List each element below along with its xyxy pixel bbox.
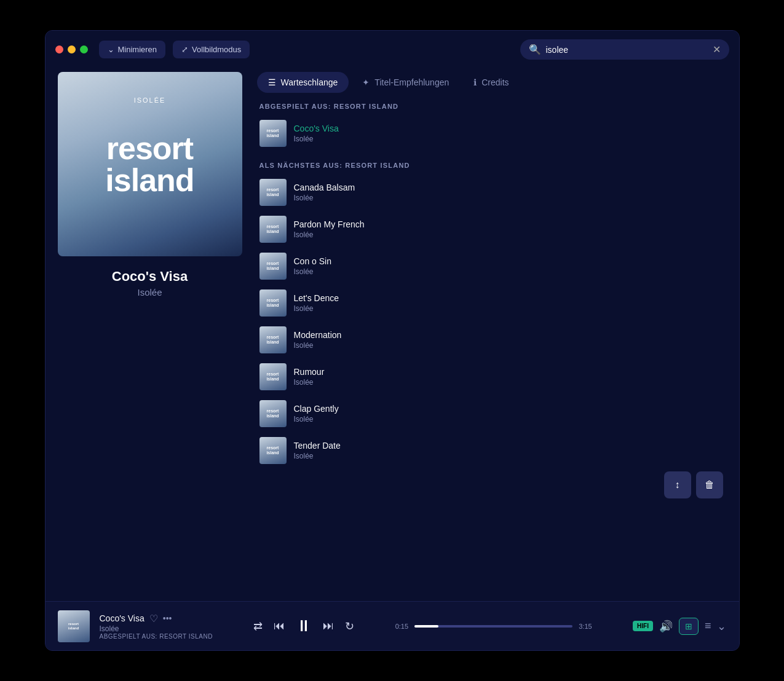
album-title: resort island [99,132,200,196]
player-source: ABGESPIELT AUS: RESORT ISLAND [100,633,213,640]
traffic-light-close[interactable] [55,45,63,53]
album-label: isolée [134,96,166,104]
volume-button[interactable]: 🔊 [659,620,673,633]
track-info: Pardon My French Isolée [294,219,700,239]
tab-recommendations[interactable]: ✦ Titel-Empfehlungen [351,72,460,93]
prev-button[interactable]: ⏮ [274,620,285,632]
tabs-bar: ☰ Warteschlange ✦ Titel-Empfehlungen ℹ C… [257,72,727,93]
track-thumb: resortisland [259,216,287,243]
now-playing-title: Coco's Visa [112,269,188,285]
title-bar: ⌄ Minimieren ⤢ Vollbildmodus 🔍 ✕ [46,31,739,66]
track-info: Let's Dence Isolée [294,293,700,313]
track-info: Con o Sin Isolée [294,256,700,276]
app-window: ⌄ Minimieren ⤢ Vollbildmodus 🔍 ✕ isolée … [45,30,740,651]
right-panel: ☰ Warteschlange ✦ Titel-Empfehlungen ℹ C… [257,72,727,595]
player-track-info: Coco's Visa ♡ ••• Isolée ABGESPIELT AUS:… [100,613,213,640]
queue-item[interactable]: resortisland Canada Balsam Isolée ✕ [257,174,723,211]
playback-controls: ⇄ ⏮ ⏸ ⏭ ↻ [253,616,354,636]
traffic-light-minimize[interactable] [68,45,76,53]
queue-item[interactable]: resortisland Pardon My French Isolée ✕ [257,211,723,248]
queue-item[interactable]: resortisland Clap Gently Isolée ✕ [257,395,723,432]
fullscreen-button[interactable]: ⤢ Vollbildmodus [173,41,250,58]
search-clear-button[interactable]: ✕ [713,44,721,55]
more-options-button[interactable]: ••• [163,613,172,623]
time-total: 3:15 [579,623,592,630]
right-controls: HIFI 🔊 ⊞ ≡ ⌄ [633,618,726,635]
sparkle-icon: ✦ [362,77,370,87]
minimize-label: Minimieren [118,45,157,54]
now-playing-queue-title: Coco's Visa [294,124,721,133]
traffic-light-fullscreen[interactable] [80,45,88,53]
track-info: Canada Balsam Isolée [294,183,700,202]
track-thumb: resortisland [259,289,287,317]
next-button[interactable]: ⏭ [323,620,334,632]
track-thumb: resortisland [259,363,287,390]
tab-credits[interactable]: ℹ Credits [462,72,520,93]
traffic-lights [55,45,88,53]
player-artist: Isolée [100,624,213,633]
now-playing-artist: Isolée [137,287,162,297]
album-art: isolée resort island [58,72,242,256]
progress-bar[interactable] [414,625,572,628]
shuffle-button[interactable]: ⇄ [253,620,263,633]
progress-fill [414,625,438,628]
player-track-name: Coco's Visa [100,613,145,623]
queue-item[interactable]: resortisland Rumour Isolée ✕ [257,358,723,395]
now-playing-thumb: resortisland [259,120,287,147]
queue-item[interactable]: resortisland Con o Sin Isolée ✕ [257,248,723,285]
queue-toggle-button[interactable]: ≡ [705,620,711,632]
progress-area: 0:15 3:15 [395,623,592,630]
queue-container[interactable]: ABGESPIELT AUS: RESORT ISLAND resortisla… [257,103,727,595]
next-section-label: ALS NÄCHSTES AUS: RESORT ISLAND [257,162,723,169]
track-info: Rumour Isolée [294,367,700,387]
now-playing-item: resortisland Coco's Visa Isolée [257,115,723,152]
queue-icon: ☰ [268,77,276,87]
track-info: Modernation Isolée [294,330,700,350]
action-buttons: ↕ 🗑 [257,471,723,498]
left-panel: isolée resort island Coco's Visa Isolée [58,72,242,595]
now-playing-section-label: ABGESPIELT AUS: RESORT ISLAND [257,103,723,110]
info-icon: ℹ [473,77,477,87]
now-playing-queue-artist: Isolée [294,135,721,143]
chevron-down-icon: ⌄ [108,45,114,54]
main-content: isolée resort island Coco's Visa Isolée … [46,66,739,601]
search-input[interactable] [546,45,708,55]
fullscreen-label: Vollbildmodus [192,45,241,54]
queue-item[interactable]: resortisland Tender Date Isolée ✕ [257,432,723,469]
like-button[interactable]: ♡ [149,613,158,624]
time-current: 0:15 [395,623,408,630]
hifi-badge: HIFI [633,621,653,631]
delete-queue-button[interactable]: 🗑 [696,471,723,498]
minimize-button[interactable]: ⌄ Minimieren [99,41,166,58]
track-thumb: resortisland [259,179,287,206]
expand-icon: ⤢ [181,45,188,54]
search-bar: 🔍 ✕ [520,39,729,60]
track-info: Clap Gently Isolée [294,404,700,423]
track-thumb: resortisland [259,400,287,427]
pause-button[interactable]: ⏸ [296,616,312,636]
track-thumb: resortisland [259,437,287,464]
expand-player-button[interactable]: ⌄ [717,620,726,633]
track-thumb: resortisland [259,253,287,280]
queue-item[interactable]: resortisland Modernation Isolée ✕ [257,321,723,358]
device-button[interactable]: ⊞ [679,618,699,635]
track-info: Tender Date Isolée [294,441,700,460]
search-icon: 🔍 [529,44,541,55]
queue-item[interactable]: resortisland Let's Dence Isolée ✕ [257,285,723,321]
repeat-button[interactable]: ↻ [345,620,354,633]
player-thumb: resortisland [58,610,90,642]
device-icon: ⊞ [685,621,692,631]
tab-queue[interactable]: ☰ Warteschlange [257,72,349,93]
now-playing-info: Coco's Visa Isolée [294,124,721,143]
track-thumb: resortisland [259,326,287,353]
player-bar: resortisland Coco's Visa ♡ ••• Isolée AB… [46,601,739,650]
add-to-queue-button[interactable]: ↕ [664,471,691,498]
